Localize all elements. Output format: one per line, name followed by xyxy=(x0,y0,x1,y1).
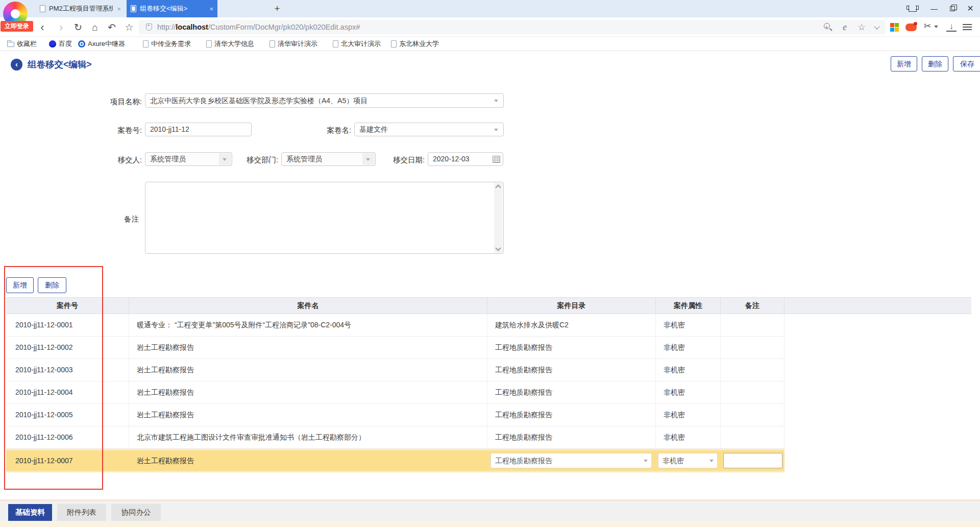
refresh-icon[interactable]: ↻ xyxy=(72,22,84,33)
file-name-label: 案卷名: xyxy=(285,126,351,135)
grid-add-button[interactable]: 新增 xyxy=(6,277,34,293)
chevron-down-icon xyxy=(644,460,648,462)
calendar-icon[interactable] xyxy=(493,156,500,163)
file-name-select[interactable]: 基建文件 xyxy=(354,123,504,136)
magnifier-icon xyxy=(824,23,830,29)
table-row[interactable]: 2010-jj11-12-0002 岩土工程勘察报告 工程地质勘察报告 非机密 xyxy=(6,337,785,359)
security-shield-icon[interactable] xyxy=(146,23,152,31)
browser-tab-edit[interactable]: 组卷移交<编辑> × xyxy=(127,0,217,17)
ie-compat-icon[interactable]: e xyxy=(839,22,850,33)
bookmark-pku-audit[interactable]: 北大审计演示 xyxy=(333,39,381,49)
game-center-icon[interactable] xyxy=(905,23,917,31)
table-row[interactable]: 2010-jj11-12-0003 岩土工程勘察报告 工程地质勘察报告 非机密 xyxy=(6,359,785,381)
skin-button[interactable] xyxy=(909,0,921,17)
chevron-down-icon[interactable] xyxy=(872,22,883,33)
undo-icon[interactable]: ↶ xyxy=(106,22,117,33)
download-icon[interactable]: ↓ xyxy=(946,21,957,32)
cell-remark xyxy=(721,404,785,426)
bookmark-star-icon[interactable]: ☆ xyxy=(124,22,135,33)
zoom-icon[interactable] xyxy=(822,22,834,33)
bookmark-favorites-folder[interactable]: 收藏栏 xyxy=(7,39,37,49)
minimize-button[interactable]: — xyxy=(928,3,940,14)
new-tab-button[interactable]: + xyxy=(272,4,282,14)
attr-select[interactable]: 非机密 xyxy=(658,453,718,468)
tab-basic-info[interactable]: 基础资料 xyxy=(8,504,52,521)
tab-attachment-list[interactable]: 附件列表 xyxy=(57,504,106,521)
col-header-case-attr[interactable]: 案件属性 xyxy=(656,298,721,314)
chevron-down-icon xyxy=(494,129,498,131)
axure-icon xyxy=(78,40,85,47)
cell-case-no: 2010-jj11-12-0003 xyxy=(6,359,129,381)
catalog-value: 工程地质勘察报告 xyxy=(495,457,552,465)
col-header-case-no[interactable]: 案件号 xyxy=(6,298,129,314)
forward-icon[interactable]: › xyxy=(56,22,67,33)
attr-value: 非机密 xyxy=(663,457,684,465)
table-row[interactable]: 2010-jj11-12-0001 暖通专业： “工程变更单”第005号及附件“… xyxy=(6,314,785,337)
url-host: localhost xyxy=(176,23,208,31)
back-icon[interactable]: ‹ xyxy=(37,22,48,33)
bookmark-axure[interactable]: Axure中继器 xyxy=(78,39,125,49)
grid-header-row: 案件号 案件名 案件目录 案件属性 备注 xyxy=(6,297,971,314)
restore-icon xyxy=(950,6,955,11)
file-no-input[interactable]: 2010-jj11-12 xyxy=(145,123,252,136)
login-now-badge[interactable]: 立即登录 xyxy=(1,21,33,32)
url-text[interactable]: http://localhost/CustomForm/DocMgr/pk020… xyxy=(157,20,360,34)
header-delete-button[interactable]: 删除 xyxy=(922,56,948,71)
col-header-remark[interactable]: 备注 xyxy=(721,298,785,314)
cell-remark xyxy=(721,426,785,448)
tab-collaboration[interactable]: 协同办公 xyxy=(111,504,161,521)
handover-date-input[interactable]: 2020-12-03 xyxy=(428,152,503,166)
page-icon xyxy=(206,40,212,47)
close-tab-icon[interactable]: × xyxy=(209,5,213,13)
cell-case-catalog: 工程地质勘察报告 xyxy=(487,381,656,403)
table-row[interactable]: 2010-jj11-12-0004 岩土工程勘察报告 工程地质勘察报告 非机密 xyxy=(6,381,785,404)
header-save-button[interactable]: 保存 xyxy=(953,56,980,71)
chevron-glyph xyxy=(874,23,879,29)
table-row[interactable]: 2010-jj11-12-0005 岩土工程勘察报告 工程地质勘察报告 非机密 xyxy=(6,404,785,426)
folder-icon xyxy=(7,42,14,47)
cell-remark xyxy=(721,381,785,403)
apps-grid-icon[interactable] xyxy=(890,23,899,32)
close-tab-icon[interactable]: × xyxy=(117,5,121,13)
bookmark-baidu[interactable]: 百度 xyxy=(49,39,72,49)
bookmark-tsinghua-info[interactable]: 清华大学信息 xyxy=(206,39,254,49)
browser-tab-pm2[interactable]: PM2工程项目管理系统 × xyxy=(36,0,125,17)
bookmark-label: 北大审计演示 xyxy=(341,39,381,49)
menu-icon[interactable] xyxy=(963,24,972,25)
cell-case-name: 岩土工程勘察报告 xyxy=(129,381,487,403)
scrollbar[interactable] xyxy=(494,183,503,253)
close-button[interactable]: ✕ xyxy=(964,3,976,14)
bookmark-nefu[interactable]: 东北林业大学 xyxy=(391,39,439,49)
grid-green xyxy=(895,23,899,27)
shirt-icon xyxy=(909,6,917,12)
favorite-star-icon[interactable]: ☆ xyxy=(856,22,867,33)
col-header-case-name[interactable]: 案件名 xyxy=(129,298,487,314)
bookmark-zhongchuan[interactable]: 中传业务需求 xyxy=(143,39,191,49)
cell-case-catalog: 工程地质勘察报告 xyxy=(487,404,656,426)
browser-window: 立即登录 PM2工程项目管理系统 × 组卷移交<编辑> × + — ✕ ‹ › … xyxy=(0,0,980,527)
cell-case-name: 暖通专业： “工程变更单”第005号及附件“工程洽商记录”08-C2-004号 xyxy=(129,314,487,336)
page-icon xyxy=(270,40,275,47)
scissors-dropdown-caret[interactable] xyxy=(934,26,938,28)
catalog-select[interactable]: 工程地质勘察报告 xyxy=(491,453,652,468)
remark-cell-input[interactable] xyxy=(723,453,782,468)
header-add-button[interactable]: 新增 xyxy=(891,56,917,71)
chevron-down-icon xyxy=(494,100,498,102)
project-name-select[interactable]: 北京中医药大学良乡校区基础医学院及形态学实验楼（A4、A5）项目 xyxy=(145,93,504,108)
grid-delete-button[interactable]: 删除 xyxy=(38,277,66,293)
bookmark-tsinghua-audit[interactable]: 清华审计演示 xyxy=(270,39,317,49)
scroll-down-icon[interactable] xyxy=(495,245,501,251)
remark-textarea[interactable] xyxy=(145,182,504,254)
col-header-case-catalog[interactable]: 案件目录 xyxy=(487,298,656,314)
table-row[interactable]: 2010-jj11-12-0006 北京市建筑工程施工图设计文件审查审批准通知书… xyxy=(6,426,785,449)
page-title: 组卷移交<编辑> xyxy=(28,59,91,70)
bookmark-label: Axure中继器 xyxy=(88,39,125,49)
cell-case-no: 2010-jj11-12-0001 xyxy=(6,314,129,336)
scissors-icon[interactable]: ✂ xyxy=(922,21,933,32)
scroll-up-icon[interactable] xyxy=(495,184,501,190)
home-icon[interactable]: ⌂ xyxy=(89,22,101,33)
restore-button[interactable] xyxy=(946,3,959,14)
handover-date-label: 移交日期: xyxy=(358,155,425,165)
back-circle-button[interactable]: ‹ xyxy=(11,59,22,70)
page-icon xyxy=(391,40,397,47)
